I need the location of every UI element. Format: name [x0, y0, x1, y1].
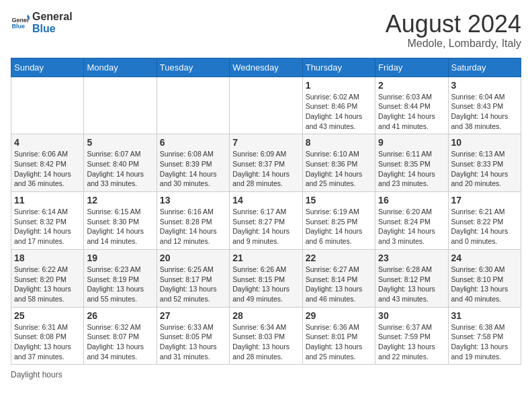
logo-blue-text: Blue: [32, 23, 73, 35]
calendar-header-monday: Monday: [84, 58, 157, 77]
calendar-cell: 7Sunrise: 6:09 AM Sunset: 8:37 PM Daylig…: [230, 134, 302, 192]
day-info: Sunrise: 6:08 AM Sunset: 8:39 PM Dayligh…: [160, 149, 226, 189]
calendar-cell: 18Sunrise: 6:22 AM Sunset: 8:20 PM Dayli…: [11, 249, 84, 307]
svg-text:General: General: [11, 16, 30, 23]
calendar-week-5: 25Sunrise: 6:31 AM Sunset: 8:08 PM Dayli…: [11, 307, 521, 365]
day-number: 30: [378, 310, 445, 321]
day-number: 21: [232, 253, 299, 263]
day-info: Sunrise: 6:38 AM Sunset: 7:58 PM Dayligh…: [451, 322, 518, 362]
day-info: Sunrise: 6:06 AM Sunset: 8:42 PM Dayligh…: [14, 149, 81, 189]
calendar-cell: 12Sunrise: 6:15 AM Sunset: 8:30 PM Dayli…: [84, 192, 157, 250]
day-number: 7: [232, 137, 299, 148]
calendar-header-saturday: Saturday: [448, 58, 521, 77]
day-number: 20: [160, 253, 226, 263]
calendar-cell: 28Sunrise: 6:34 AM Sunset: 8:03 PM Dayli…: [230, 307, 302, 365]
calendar-week-4: 18Sunrise: 6:22 AM Sunset: 8:20 PM Dayli…: [11, 249, 521, 307]
calendar-header-tuesday: Tuesday: [157, 58, 229, 77]
day-info: Sunrise: 6:02 AM Sunset: 8:46 PM Dayligh…: [306, 92, 372, 132]
calendar-cell: 4Sunrise: 6:06 AM Sunset: 8:42 PM Daylig…: [11, 134, 84, 192]
day-info: Sunrise: 6:26 AM Sunset: 8:15 PM Dayligh…: [232, 265, 299, 304]
calendar-cell: 13Sunrise: 6:16 AM Sunset: 8:28 PM Dayli…: [157, 192, 229, 250]
day-info: Sunrise: 6:22 AM Sunset: 8:20 PM Dayligh…: [14, 265, 81, 304]
day-number: 4: [14, 137, 81, 148]
calendar-cell: 2Sunrise: 6:03 AM Sunset: 8:44 PM Daylig…: [375, 77, 448, 134]
calendar-cell: 23Sunrise: 6:28 AM Sunset: 8:12 PM Dayli…: [375, 249, 448, 307]
calendar-cell: 19Sunrise: 6:23 AM Sunset: 8:19 PM Dayli…: [84, 249, 157, 307]
day-number: 10: [451, 137, 518, 148]
footer-note: Daylight hours: [11, 370, 521, 379]
calendar-cell: 22Sunrise: 6:27 AM Sunset: 8:14 PM Dayli…: [302, 249, 375, 307]
calendar-cell: 3Sunrise: 6:04 AM Sunset: 8:43 PM Daylig…: [448, 77, 521, 134]
calendar-cell: 14Sunrise: 6:17 AM Sunset: 8:27 PM Dayli…: [230, 192, 302, 250]
title-area: August 2024 Medole, Lombardy, Italy: [386, 11, 521, 50]
day-info: Sunrise: 6:10 AM Sunset: 8:36 PM Dayligh…: [306, 149, 372, 189]
calendar-header-wednesday: Wednesday: [230, 58, 302, 77]
day-number: 15: [306, 195, 372, 205]
calendar-cell: 30Sunrise: 6:37 AM Sunset: 7:59 PM Dayli…: [375, 307, 448, 365]
day-number: 11: [14, 195, 81, 205]
day-info: Sunrise: 6:04 AM Sunset: 8:43 PM Dayligh…: [451, 92, 518, 132]
header: General Blue General Blue August 2024 Me…: [11, 11, 521, 50]
day-number: 14: [232, 195, 299, 205]
day-number: 12: [87, 195, 153, 205]
calendar-week-2: 4Sunrise: 6:06 AM Sunset: 8:42 PM Daylig…: [11, 134, 521, 192]
day-info: Sunrise: 6:37 AM Sunset: 7:59 PM Dayligh…: [378, 322, 445, 362]
day-number: 26: [87, 310, 153, 321]
calendar-cell: 17Sunrise: 6:21 AM Sunset: 8:22 PM Dayli…: [448, 192, 521, 250]
calendar-cell: 9Sunrise: 6:11 AM Sunset: 8:35 PM Daylig…: [375, 134, 448, 192]
day-info: Sunrise: 6:27 AM Sunset: 8:14 PM Dayligh…: [306, 265, 372, 304]
day-info: Sunrise: 6:33 AM Sunset: 8:05 PM Dayligh…: [160, 322, 226, 362]
day-info: Sunrise: 6:30 AM Sunset: 8:10 PM Dayligh…: [451, 265, 518, 304]
calendar-cell: 31Sunrise: 6:38 AM Sunset: 7:58 PM Dayli…: [448, 307, 521, 365]
day-number: 19: [87, 253, 153, 263]
day-info: Sunrise: 6:21 AM Sunset: 8:22 PM Dayligh…: [451, 207, 518, 246]
svg-text:Blue: Blue: [11, 23, 25, 30]
calendar-cell: 8Sunrise: 6:10 AM Sunset: 8:36 PM Daylig…: [302, 134, 375, 192]
calendar-week-3: 11Sunrise: 6:14 AM Sunset: 8:32 PM Dayli…: [11, 192, 521, 250]
day-number: 1: [306, 80, 372, 91]
calendar-header-row: SundayMondayTuesdayWednesdayThursdayFrid…: [11, 58, 521, 77]
day-number: 9: [378, 137, 445, 148]
calendar-cell: 27Sunrise: 6:33 AM Sunset: 8:05 PM Dayli…: [157, 307, 229, 365]
day-number: 27: [160, 310, 226, 321]
calendar-cell: [157, 77, 229, 134]
calendar-cell: 16Sunrise: 6:20 AM Sunset: 8:24 PM Dayli…: [375, 192, 448, 250]
page-title: August 2024: [386, 11, 521, 38]
day-info: Sunrise: 6:07 AM Sunset: 8:40 PM Dayligh…: [87, 149, 153, 189]
calendar-header-thursday: Thursday: [302, 58, 375, 77]
day-number: 18: [14, 253, 81, 263]
day-number: 6: [160, 137, 226, 148]
day-info: Sunrise: 6:15 AM Sunset: 8:30 PM Dayligh…: [87, 207, 153, 246]
calendar-cell: 20Sunrise: 6:25 AM Sunset: 8:17 PM Dayli…: [157, 249, 229, 307]
day-info: Sunrise: 6:32 AM Sunset: 8:07 PM Dayligh…: [87, 322, 153, 362]
page-subtitle: Medole, Lombardy, Italy: [386, 38, 521, 50]
day-info: Sunrise: 6:19 AM Sunset: 8:25 PM Dayligh…: [306, 207, 372, 246]
calendar-week-1: 1Sunrise: 6:02 AM Sunset: 8:46 PM Daylig…: [11, 77, 521, 134]
day-info: Sunrise: 6:31 AM Sunset: 8:08 PM Dayligh…: [14, 322, 81, 362]
day-number: 31: [451, 310, 518, 321]
calendar-cell: 24Sunrise: 6:30 AM Sunset: 8:10 PM Dayli…: [448, 249, 521, 307]
day-info: Sunrise: 6:13 AM Sunset: 8:33 PM Dayligh…: [451, 149, 518, 189]
day-number: 17: [451, 195, 518, 205]
calendar-header-sunday: Sunday: [11, 58, 84, 77]
calendar-cell: 15Sunrise: 6:19 AM Sunset: 8:25 PM Dayli…: [302, 192, 375, 250]
svg-marker-2: [27, 14, 30, 17]
day-number: 22: [306, 253, 372, 263]
day-info: Sunrise: 6:20 AM Sunset: 8:24 PM Dayligh…: [378, 207, 445, 246]
day-info: Sunrise: 6:34 AM Sunset: 8:03 PM Dayligh…: [232, 322, 299, 362]
calendar-cell: 11Sunrise: 6:14 AM Sunset: 8:32 PM Dayli…: [11, 192, 84, 250]
day-info: Sunrise: 6:09 AM Sunset: 8:37 PM Dayligh…: [232, 149, 299, 189]
logo-general-text: General: [32, 11, 73, 23]
day-number: 2: [378, 80, 445, 91]
calendar-cell: 26Sunrise: 6:32 AM Sunset: 8:07 PM Dayli…: [84, 307, 157, 365]
calendar-cell: 25Sunrise: 6:31 AM Sunset: 8:08 PM Dayli…: [11, 307, 84, 365]
day-info: Sunrise: 6:17 AM Sunset: 8:27 PM Dayligh…: [232, 207, 299, 246]
day-number: 28: [232, 310, 299, 321]
day-info: Sunrise: 6:03 AM Sunset: 8:44 PM Dayligh…: [378, 92, 445, 132]
day-info: Sunrise: 6:28 AM Sunset: 8:12 PM Dayligh…: [378, 265, 445, 304]
calendar-cell: 10Sunrise: 6:13 AM Sunset: 8:33 PM Dayli…: [448, 134, 521, 192]
day-info: Sunrise: 6:25 AM Sunset: 8:17 PM Dayligh…: [160, 265, 226, 304]
calendar-cell: [230, 77, 302, 134]
day-number: 13: [160, 195, 226, 205]
logo-icon: General Blue: [11, 13, 30, 32]
